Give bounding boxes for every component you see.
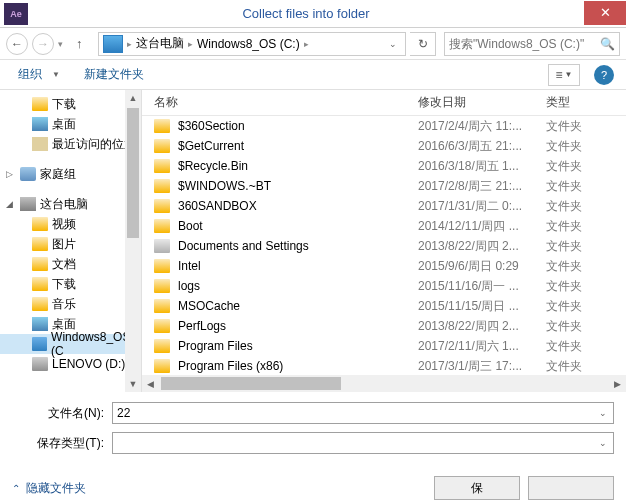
file-date: 2017/1/31/周二 0:...	[418, 198, 546, 215]
help-button[interactable]: ?	[594, 65, 614, 85]
tree-item[interactable]: 音乐	[0, 294, 141, 314]
tree-item[interactable]: LENOVO (D:)	[0, 354, 141, 374]
search-box[interactable]: 🔍	[444, 32, 620, 56]
hide-folders-toggle[interactable]: ⌃ 隐藏文件夹	[12, 480, 86, 497]
tree-item-label: 图片	[52, 236, 76, 253]
tree-item[interactable]: 最近访问的位置	[0, 134, 141, 154]
scroll-right-arrow[interactable]: ▶	[609, 379, 626, 389]
file-row[interactable]: 360SANDBOX2017/1/31/周二 0:...文件夹	[142, 196, 626, 216]
filename-field[interactable]: ⌄	[112, 402, 614, 424]
breadcrumb[interactable]: ▸ 这台电脑 ▸ Windows8_OS (C:) ▸ ⌄	[98, 32, 406, 56]
file-type: 文件夹	[546, 258, 582, 275]
filename-input[interactable]	[117, 406, 597, 420]
breadcrumb-dropdown[interactable]: ⌄	[385, 39, 401, 49]
breadcrumb-item[interactable]: Windows8_OS (C:)	[197, 37, 300, 51]
chevron-right-icon[interactable]: ▸	[302, 39, 311, 49]
file-name: $360Section	[178, 119, 418, 133]
file-row[interactable]: $GetCurrent2016/6/3/周五 21:...文件夹	[142, 136, 626, 156]
new-folder-button[interactable]: 新建文件夹	[78, 64, 150, 85]
file-name: MSOCache	[178, 299, 418, 313]
organize-button[interactable]: 组织	[12, 64, 48, 85]
file-name: Boot	[178, 219, 418, 233]
column-date[interactable]: 修改日期	[418, 94, 546, 111]
tree-item[interactable]: 桌面	[0, 114, 141, 134]
chevron-right-icon[interactable]: ▸	[186, 39, 195, 49]
tree-item-label: 这台电脑	[40, 196, 88, 213]
tree-item[interactable]: 文档	[0, 254, 141, 274]
file-row[interactable]: $WINDOWS.~BT2017/2/8/周三 21:...文件夹	[142, 176, 626, 196]
close-button[interactable]: ✕	[584, 1, 626, 25]
file-type: 文件夹	[546, 178, 582, 195]
scroll-left-arrow[interactable]: ◀	[142, 379, 159, 389]
back-button[interactable]: ←	[6, 33, 28, 55]
file-row[interactable]: Program Files2017/2/11/周六 1...文件夹	[142, 336, 626, 356]
tree-item[interactable]: Windows8_OS (C	[0, 334, 141, 354]
file-type: 文件夹	[546, 278, 582, 295]
tree-item-label: 桌面	[52, 116, 76, 133]
file-row[interactable]: MSOCache2015/11/15/周日 ...文件夹	[142, 296, 626, 316]
history-dropdown[interactable]: ▾	[58, 39, 72, 49]
folder-icon	[154, 319, 170, 333]
drive-icon	[32, 337, 47, 351]
chevron-right-icon[interactable]: ▸	[125, 39, 134, 49]
file-row[interactable]: Boot2014/12/11/周四 ...文件夹	[142, 216, 626, 236]
tree-item[interactable]: ▷家庭组	[0, 164, 141, 184]
file-date: 2015/11/16/周一 ...	[418, 278, 546, 295]
scroll-up-arrow[interactable]: ▲	[125, 90, 141, 106]
tree-item[interactable]: 视频	[0, 214, 141, 234]
tree-item[interactable]: 图片	[0, 234, 141, 254]
file-name: 360SANDBOX	[178, 199, 418, 213]
scroll-thumb[interactable]	[161, 377, 341, 390]
expand-icon[interactable]: ▷	[6, 169, 16, 179]
sidebar-scrollbar[interactable]: ▲ ▼	[125, 90, 141, 392]
chevron-down-icon[interactable]: ▼	[52, 70, 60, 79]
save-button[interactable]: 保	[434, 476, 520, 500]
file-row[interactable]: Program Files (x86)2017/3/1/周三 17:...文件夹	[142, 356, 626, 375]
tree-item-label: 下载	[52, 96, 76, 113]
view-options-button[interactable]: ≡▼	[548, 64, 580, 86]
folder-icon	[154, 219, 170, 233]
file-row[interactable]: Documents and Settings2013/8/22/周四 2...文…	[142, 236, 626, 256]
hide-folders-label: 隐藏文件夹	[26, 480, 86, 497]
tree-item-label: 文档	[52, 256, 76, 273]
column-type[interactable]: 类型	[546, 94, 606, 111]
chevron-down-icon[interactable]: ⌄	[597, 408, 609, 418]
horizontal-scrollbar[interactable]: ◀ ▶	[142, 375, 626, 392]
breadcrumb-item[interactable]: 这台电脑	[136, 35, 184, 52]
search-icon[interactable]: 🔍	[600, 37, 615, 51]
file-row[interactable]: logs2015/11/16/周一 ...文件夹	[142, 276, 626, 296]
scroll-thumb[interactable]	[127, 108, 139, 238]
folder-icon	[154, 339, 170, 353]
chevron-icon: ⌃	[12, 483, 20, 494]
folder-icon	[32, 97, 48, 111]
file-type: 文件夹	[546, 238, 582, 255]
folder-icon	[154, 179, 170, 193]
tree-item[interactable]: 下载	[0, 94, 141, 114]
app-icon: Ae	[4, 3, 28, 25]
chevron-down-icon[interactable]: ⌄	[597, 438, 609, 448]
column-name[interactable]: 名称	[154, 94, 418, 111]
cancel-button[interactable]	[528, 476, 614, 500]
refresh-button[interactable]: ↻	[410, 32, 436, 56]
expand-icon[interactable]: ◢	[6, 199, 16, 209]
file-row[interactable]: $360Section2017/2/4/周六 11:...文件夹	[142, 116, 626, 136]
file-type: 文件夹	[546, 138, 582, 155]
file-type: 文件夹	[546, 338, 582, 355]
file-date: 2016/3/18/周五 1...	[418, 158, 546, 175]
file-name: $WINDOWS.~BT	[178, 179, 418, 193]
file-row[interactable]: PerfLogs2013/8/22/周四 2...文件夹	[142, 316, 626, 336]
search-input[interactable]	[449, 37, 600, 51]
tree-item[interactable]: ◢这台电脑	[0, 194, 141, 214]
filetype-field[interactable]: ⌄	[112, 432, 614, 454]
folder-icon	[154, 139, 170, 153]
tree-item[interactable]: 下载	[0, 274, 141, 294]
forward-button[interactable]: →	[32, 33, 54, 55]
file-type: 文件夹	[546, 298, 582, 315]
scroll-down-arrow[interactable]: ▼	[125, 376, 141, 392]
up-button[interactable]: ↑	[76, 36, 94, 51]
file-name: Program Files	[178, 339, 418, 353]
file-row[interactable]: Intel2015/9/6/周日 0:29文件夹	[142, 256, 626, 276]
file-row[interactable]: $Recycle.Bin2016/3/18/周五 1...文件夹	[142, 156, 626, 176]
file-date: 2015/9/6/周日 0:29	[418, 258, 546, 275]
filetype-input[interactable]	[117, 436, 597, 450]
